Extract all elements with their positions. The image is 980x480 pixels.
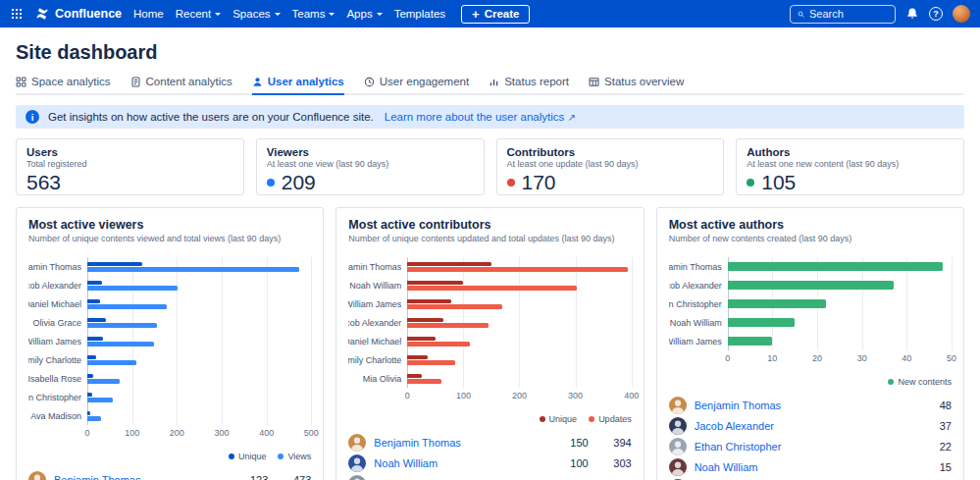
bar-new-contents[interactable]	[728, 337, 773, 346]
stat-title: Viewers	[267, 146, 474, 158]
category-label: Mia Olivia	[348, 369, 407, 388]
row-value: 100	[553, 457, 589, 469]
bar-group	[728, 332, 952, 350]
bar-unique[interactable]	[87, 318, 106, 323]
bar-new-contents[interactable]	[728, 262, 943, 271]
nav-item-spaces[interactable]: Spaces	[232, 8, 280, 20]
bar-updates[interactable]	[407, 379, 440, 384]
bar-unique[interactable]	[87, 281, 102, 286]
legend-item: Unique	[540, 414, 578, 424]
bar-unique[interactable]	[407, 337, 436, 342]
bar-views[interactable]	[87, 286, 178, 291]
row-value: 123	[232, 474, 268, 480]
user-link[interactable]: Benjamin Thomas	[54, 474, 225, 480]
bar-new-contents[interactable]	[728, 318, 795, 327]
brand-name: Confluence	[55, 7, 122, 21]
bar-new-contents[interactable]	[728, 281, 894, 290]
tab-user-engagement[interactable]: User engagement	[364, 76, 469, 95]
nav-item-recent[interactable]: Recent	[176, 8, 221, 20]
bar-views[interactable]	[87, 323, 157, 328]
viewers-user-list: Benjamin Thomas123473Jacob Alexander3220…	[28, 469, 311, 480]
page-title: Site dashboard	[16, 41, 964, 64]
bar-unique[interactable]	[87, 299, 100, 304]
nav-item-templates[interactable]: Templates	[394, 8, 445, 20]
user-link[interactable]: Ethan Christopher	[695, 441, 908, 453]
bar-updates[interactable]	[407, 360, 455, 365]
bar-views[interactable]	[87, 379, 120, 384]
tab-user-analytics[interactable]: User analytics	[252, 76, 344, 95]
bar-updates[interactable]	[407, 342, 470, 347]
bar-unique[interactable]	[87, 337, 103, 342]
external-link-icon: ↗	[567, 112, 575, 123]
category-label: Ethan Christopher	[669, 294, 728, 313]
help-icon[interactable]	[929, 7, 943, 21]
create-button[interactable]: + Create	[461, 5, 530, 24]
notifications-bell-icon[interactable]	[905, 7, 919, 21]
category-label: Ava Madison	[28, 406, 87, 425]
bar-unique[interactable]	[87, 355, 96, 360]
legend-swatch-icon	[589, 416, 594, 422]
bar-views[interactable]	[87, 304, 167, 309]
bar-updates[interactable]	[407, 286, 577, 291]
bar-unique[interactable]	[407, 281, 463, 286]
bar-updates[interactable]	[407, 323, 488, 328]
bar-unique[interactable]	[87, 393, 92, 398]
user-row: Noah William15	[669, 456, 952, 477]
stat-title: Authors	[747, 146, 954, 158]
bar-updates[interactable]	[407, 304, 501, 309]
bar-group	[87, 332, 311, 350]
legend-item: Views	[278, 452, 311, 461]
x-tick-label: 50	[947, 353, 956, 363]
tab-status-report[interactable]: Status report	[489, 76, 569, 95]
user-row: Jacob Alexander37	[669, 415, 952, 436]
bar-unique[interactable]	[407, 374, 421, 379]
bar-views[interactable]	[87, 342, 154, 347]
user-link[interactable]: Noah William	[695, 461, 908, 473]
category-label: William James	[348, 294, 407, 313]
bar-updates[interactable]	[407, 267, 628, 272]
app-switcher-icon[interactable]	[10, 7, 24, 21]
bar-views[interactable]	[87, 267, 299, 272]
nav-item-apps[interactable]: Apps	[346, 8, 382, 20]
category-label: Noah William	[348, 276, 407, 294]
table-icon	[589, 77, 599, 87]
nav-item-teams[interactable]: Teams	[292, 8, 335, 20]
x-tick-label: 200	[512, 391, 527, 400]
bar-unique[interactable]	[87, 411, 90, 416]
user-link[interactable]: Jacob Alexander	[695, 420, 908, 432]
category-label: Benjamin Thomas	[669, 257, 728, 276]
bar-unique[interactable]	[87, 262, 142, 267]
user-link[interactable]: Benjamin Thomas	[374, 437, 544, 449]
bar-unique[interactable]	[407, 262, 491, 267]
user-link[interactable]: Noah William	[374, 457, 544, 469]
bar-unique[interactable]	[407, 318, 443, 323]
confluence-logo[interactable]: Confluence	[35, 7, 122, 21]
bar-group	[87, 257, 311, 276]
bar-group	[87, 276, 311, 294]
user-link[interactable]: Benjamin Thomas	[695, 400, 908, 411]
bar-unique[interactable]	[407, 299, 451, 304]
bar-views[interactable]	[87, 398, 113, 402]
avatar	[348, 434, 366, 452]
bar-unique[interactable]	[407, 355, 428, 360]
learn-more-link[interactable]: Learn more about the user analytics ↗	[385, 111, 576, 123]
tab-status-overview[interactable]: Status overview	[589, 76, 684, 95]
category-label: William James	[28, 332, 87, 350]
profile-avatar[interactable]	[953, 5, 970, 23]
bar-views[interactable]	[87, 416, 101, 421]
row-value: 473	[276, 474, 311, 480]
stat-subtitle: At least one view (last 90 days)	[267, 159, 474, 169]
stat-subtitle: At least one update (last 90 days)	[507, 159, 714, 169]
chart-legend: UniqueViews	[28, 452, 311, 461]
gauge-icon	[364, 77, 375, 87]
bar-views[interactable]	[87, 360, 136, 365]
search-box[interactable]	[790, 5, 896, 24]
bar-unique[interactable]	[87, 374, 93, 379]
tab-content-analytics[interactable]: Content analytics	[130, 76, 232, 95]
x-tick-label: 100	[125, 428, 139, 438]
bar-new-contents[interactable]	[728, 299, 826, 308]
nav-item-home[interactable]: Home	[133, 8, 164, 20]
tab-space-analytics[interactable]: Space analytics	[16, 76, 111, 95]
panel-title: Most active viewers	[28, 218, 311, 232]
search-input[interactable]	[809, 8, 888, 20]
